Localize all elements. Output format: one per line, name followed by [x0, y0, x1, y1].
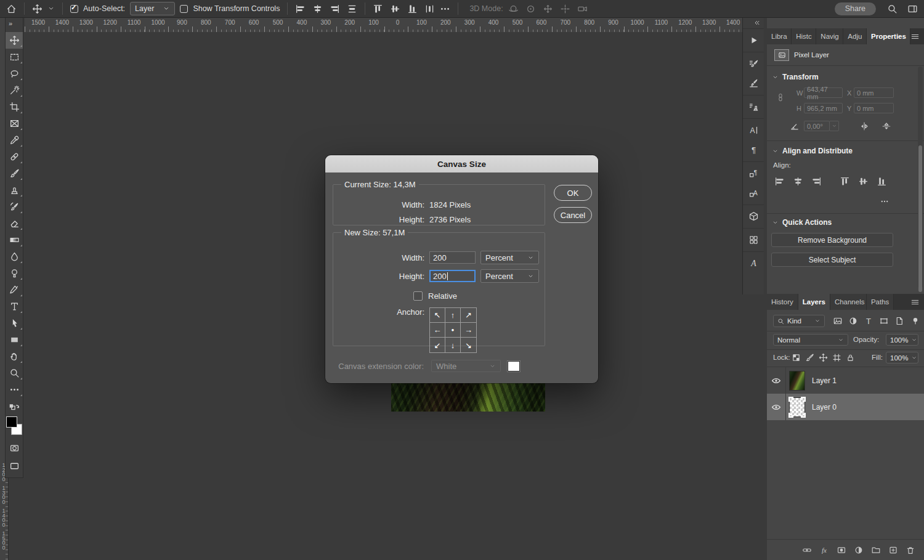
tab-paths[interactable]: Paths [867, 294, 894, 310]
align-right-icon[interactable] [811, 176, 822, 187]
filter-type-icon[interactable]: T [864, 316, 873, 326]
auto-select-target-dropdown[interactable]: Layer [130, 2, 175, 15]
3d-pan-icon[interactable] [543, 4, 553, 14]
scrollbar-thumb[interactable] [918, 145, 922, 292]
anchor-top[interactable]: ↑ [445, 308, 461, 323]
quick-mask-button[interactable] [6, 440, 23, 457]
fill-dropdown[interactable]: 100% [886, 352, 918, 363]
angle-field[interactable]: 0,00° [804, 121, 830, 131]
foreground-background-swatches[interactable] [6, 416, 23, 435]
lock-move-icon[interactable] [819, 353, 828, 362]
actions-panel-button[interactable] [744, 32, 763, 49]
blur-tool[interactable] [6, 248, 23, 265]
remove-background-button[interactable]: Remove Background [771, 233, 893, 247]
paragraph-panel-button[interactable]: ¶ [744, 142, 763, 158]
tab-navig[interactable]: Navig [816, 28, 843, 44]
path-selection-tool[interactable] [6, 315, 23, 331]
layer-visibility-toggle[interactable] [767, 402, 785, 412]
paragraph-styles-panel-button[interactable]: ¶ [744, 165, 763, 182]
move-tool-icon[interactable] [32, 4, 43, 14]
anchor-bottom-right[interactable]: ↘ [461, 338, 476, 352]
brushes-panel-button[interactable] [744, 75, 763, 92]
dodge-tool[interactable] [6, 265, 23, 282]
spot-healing-tool[interactable] [6, 148, 23, 165]
dist-horiz-icon[interactable] [424, 4, 435, 14]
character-styles-panel-button[interactable]: A [744, 185, 763, 201]
filter-toggle-icon[interactable] [910, 316, 920, 326]
collapse-panels-icon[interactable] [743, 17, 764, 28]
height-input[interactable]: 200 [429, 270, 476, 282]
quick-actions-header[interactable]: Quick Actions [772, 218, 832, 227]
show-transform-checkbox[interactable] [180, 5, 188, 13]
expand-toolbar-icon[interactable]: » [6, 17, 12, 28]
align-right-icon[interactable] [330, 4, 340, 14]
swap-colors-icon[interactable] [6, 403, 22, 414]
layer-name[interactable]: Layer 0 [812, 403, 837, 412]
character-panel-button[interactable]: A [744, 122, 763, 139]
width-unit-select[interactable]: Percent [480, 251, 539, 264]
auto-select-checkbox[interactable] [70, 5, 78, 13]
align-bottom-icon[interactable] [877, 176, 887, 187]
filter-image-icon[interactable] [833, 316, 843, 326]
anchor-left[interactable]: ← [430, 323, 445, 338]
layer-visibility-toggle[interactable] [767, 376, 785, 386]
layer-row[interactable]: Layer 1 [767, 367, 924, 394]
lock-transparent-icon[interactable] [792, 353, 801, 362]
fx-icon[interactable]: fx [819, 545, 829, 555]
align-bottom-icon[interactable] [407, 4, 418, 14]
lock-artboard-icon[interactable] [832, 353, 841, 362]
anchor-top-right[interactable]: ↗ [461, 308, 476, 323]
align-section-header[interactable]: Align and Distribute [772, 147, 853, 155]
extension-color-select[interactable]: White [431, 360, 501, 372]
history-brush-tool[interactable] [6, 198, 23, 215]
share-button[interactable]: Share [835, 2, 876, 15]
3d-orbit-icon[interactable] [508, 4, 519, 14]
align-middle-icon[interactable] [390, 4, 400, 14]
frame-tool[interactable] [6, 115, 23, 132]
object-selection-tool[interactable] [6, 82, 23, 99]
panel-menu-icon[interactable] [910, 298, 920, 307]
align-top-icon[interactable] [373, 4, 383, 14]
align-more-icon[interactable] [880, 197, 889, 206]
gradient-tool[interactable] [6, 232, 23, 248]
glyphs-panel-button[interactable]: A [744, 255, 763, 272]
transform-section-header[interactable]: Transform [772, 73, 819, 81]
workspace-icon[interactable] [907, 4, 918, 14]
eraser-tool[interactable] [6, 215, 23, 232]
align-left-icon[interactable] [295, 4, 306, 14]
dialog-title[interactable]: Canvas Size [325, 155, 598, 172]
tab-adju[interactable]: Adju [843, 28, 867, 44]
type-tool[interactable] [6, 298, 23, 315]
layer-name[interactable]: Layer 1 [812, 376, 837, 385]
anchor-center[interactable]: ● [445, 323, 461, 338]
filter-adjust-icon[interactable] [848, 316, 858, 326]
3d-panel-button[interactable] [744, 208, 763, 225]
angle-dropdown[interactable] [829, 121, 839, 131]
edit-toolbar-tool[interactable] [6, 381, 23, 398]
brush-settings-panel-button[interactable] [744, 55, 763, 72]
eyedropper-tool[interactable] [6, 132, 23, 148]
layer-filter-kind-dropdown[interactable]: Kind [773, 315, 825, 327]
align-top-icon[interactable] [840, 176, 850, 187]
anchor-bottom-left[interactable]: ↙ [430, 338, 445, 352]
align-left-icon[interactable] [774, 176, 785, 187]
tab-channels[interactable]: Channels [830, 294, 867, 310]
clone-stamp-tool[interactable] [6, 182, 23, 198]
lasso-tool[interactable] [6, 65, 23, 82]
flip-vertical-icon[interactable] [881, 121, 891, 131]
tab-layers[interactable]: Layers [798, 294, 830, 310]
flip-horizontal-icon[interactable] [859, 121, 869, 131]
y-field[interactable]: 0 mm [854, 103, 894, 113]
w-field[interactable]: 643,47 mm [804, 87, 843, 98]
filter-smart-icon[interactable] [894, 316, 904, 326]
anchor-top-left[interactable]: ↖ [430, 308, 445, 323]
clone-source-panel-button[interactable] [744, 99, 763, 115]
3d-slide-icon[interactable] [560, 4, 570, 14]
anchor-right[interactable]: → [461, 323, 476, 338]
lock-all-icon[interactable] [846, 353, 855, 362]
pen-tool[interactable] [6, 282, 23, 298]
brush-tool[interactable] [6, 165, 23, 182]
x-field[interactable]: 0 mm [854, 87, 894, 98]
tab-history[interactable]: History [767, 294, 798, 310]
folder-icon[interactable] [871, 545, 881, 555]
